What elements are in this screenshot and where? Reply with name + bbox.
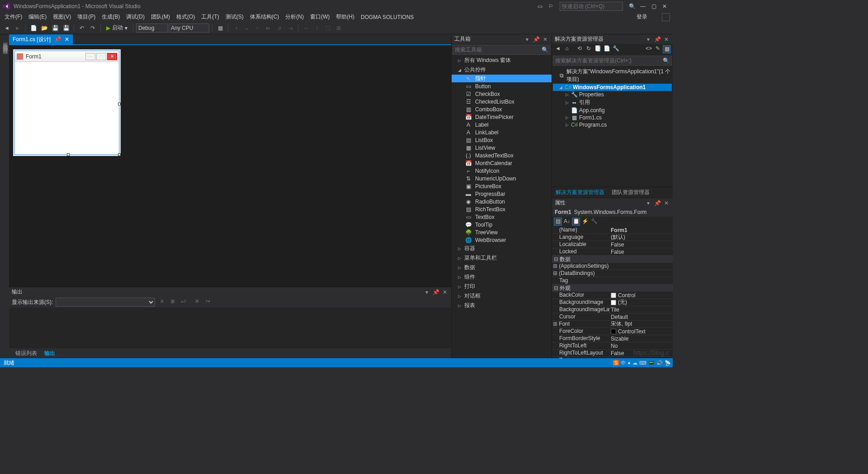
props-dropdown-icon[interactable]: ▾: [645, 200, 652, 206]
property-row[interactable]: Tag: [552, 277, 673, 284]
notify-icon[interactable]: ▭: [534, 3, 545, 9]
output-source-combo[interactable]: [56, 298, 155, 307]
sln-close-icon[interactable]: ✕: [663, 36, 670, 43]
property-row[interactable]: ForeColorControlText: [552, 328, 673, 335]
sln-preview-icon[interactable]: ▦: [663, 45, 671, 53]
left-dock-strip[interactable]: 服务器资源管理器 工具箱: [0, 34, 9, 358]
panel-pin-icon[interactable]: 📌: [432, 289, 439, 295]
pin-icon[interactable]: 📌: [54, 36, 61, 43]
output-toggle-icon[interactable]: ⮐: [179, 298, 188, 306]
tree-node[interactable]: 📄App.config: [553, 107, 672, 114]
toolbox-item[interactable]: ALabel: [452, 121, 552, 128]
property-row[interactable]: Font宋体, 9pt: [552, 321, 673, 328]
output-tab[interactable]: 输出: [41, 348, 59, 358]
new-project-icon[interactable]: 📄: [28, 23, 38, 33]
sln-explorer-tab[interactable]: 解决方案资源管理器: [552, 187, 608, 198]
props-pin-icon[interactable]: 📌: [654, 200, 661, 206]
toolbox-item[interactable]: ▬ProgressBar: [452, 190, 552, 198]
toolbox-item[interactable]: ▭Button: [452, 82, 552, 90]
save-icon[interactable]: 💾: [50, 23, 60, 33]
menu-item[interactable]: 格式(O): [174, 12, 198, 22]
menu-item[interactable]: 文件(F): [2, 12, 25, 22]
property-row[interactable]: BackgroundImage(无): [552, 299, 673, 306]
tray-icon[interactable]: ⌨: [639, 360, 646, 366]
toolbox-tree[interactable]: ▷所有 Windows 窗体◢公共控件↖指针▭Button☑CheckBox☲C…: [452, 56, 552, 358]
output-clear-icon[interactable]: ≡: [158, 298, 166, 306]
menu-item[interactable]: 调试(D): [123, 12, 147, 22]
toolbox-pin-icon[interactable]: 📌: [533, 36, 540, 43]
toolbox-group[interactable]: ▷对话框: [452, 291, 552, 301]
menu-item[interactable]: 体系结构(C): [247, 12, 282, 22]
tab-close-icon[interactable]: ✕: [65, 36, 69, 43]
align-icon[interactable]: ▦: [215, 23, 225, 33]
sln-back-icon[interactable]: ◄: [554, 45, 562, 53]
search-icon[interactable]: 🔍: [663, 57, 670, 64]
toolbox-group[interactable]: ◢公共控件: [452, 65, 552, 75]
search-icon[interactable]: 🔍: [627, 3, 637, 9]
solution-tree[interactable]: ⧉解决方案"WindowsFormsApplication1"(1 个项目) ◢…: [552, 66, 673, 187]
redo-icon[interactable]: ↷: [88, 23, 98, 33]
output-clear2-icon[interactable]: ✕: [193, 298, 201, 306]
toolbox-group[interactable]: ▷打印: [452, 282, 552, 291]
menu-item[interactable]: 编辑(E): [26, 12, 49, 22]
toolbox-group[interactable]: ▷数据: [452, 263, 552, 272]
output-goto-icon[interactable]: ↪: [204, 298, 212, 306]
design-form[interactable]: Form1 — □ ✕: [14, 51, 119, 155]
output-body[interactable]: [9, 308, 451, 348]
toolbox-item[interactable]: 🌳TreeView: [452, 228, 552, 236]
toolbox-item[interactable]: ⌐NotifyIcon: [452, 167, 552, 175]
menu-item[interactable]: 项目(P): [75, 12, 98, 22]
undo-icon[interactable]: ↶: [77, 23, 87, 33]
events-icon[interactable]: ⚡: [581, 218, 589, 226]
tree-node[interactable]: ▷▦Form1.cs: [553, 114, 672, 121]
toolbox-item[interactable]: ▣PictureBox: [452, 182, 552, 190]
close-button[interactable]: ✕: [659, 3, 670, 9]
error-list-tab[interactable]: 错误列表: [12, 348, 41, 358]
avatar-icon[interactable]: [662, 13, 670, 21]
toolbox-item[interactable]: ▤ListBox: [452, 136, 552, 144]
toolbox-item[interactable]: 📅MonthCalendar: [452, 159, 552, 167]
platform-combo[interactable]: Any CPU: [169, 24, 209, 33]
toolbox-item[interactable]: ▥ComboBox: [452, 105, 552, 113]
property-row[interactable]: 数据: [552, 256, 673, 263]
login-link[interactable]: 登录: [637, 13, 647, 21]
menu-item[interactable]: 视图(V): [50, 12, 74, 22]
sln-pin-icon[interactable]: 📌: [654, 36, 661, 43]
search-icon[interactable]: 🔍: [542, 47, 548, 53]
menu-item[interactable]: 分析(N): [283, 12, 307, 22]
toolbox-item[interactable]: 🌐WebBrowser: [452, 236, 552, 244]
alphabetical-icon[interactable]: A↓: [563, 218, 571, 226]
config-combo[interactable]: Debug: [136, 24, 168, 33]
team-explorer-tab[interactable]: 团队资源管理器: [608, 187, 653, 198]
solution-search-input[interactable]: [555, 57, 663, 64]
toolbox-item[interactable]: ☲CheckedListBox: [452, 98, 552, 105]
menu-item[interactable]: 测试(S): [223, 12, 246, 22]
menu-item[interactable]: 帮助(H): [333, 12, 357, 22]
server-explorer-tab[interactable]: 服务器资源管理器: [1, 38, 9, 358]
tray-icon[interactable]: 📡: [665, 360, 671, 366]
toolbox-item[interactable]: ▦ListView: [452, 144, 552, 152]
sln-dropdown-icon[interactable]: ▾: [645, 36, 652, 43]
menu-item[interactable]: 生成(B): [99, 12, 123, 22]
properties-object[interactable]: Form1 System.Windows.Forms.Form: [552, 208, 673, 217]
open-file-icon[interactable]: 📂: [39, 23, 49, 33]
toolbox-item[interactable]: 📅DateTimePicker: [452, 113, 552, 121]
property-row[interactable]: Language(默认): [552, 234, 673, 241]
toolbox-search-input[interactable]: [455, 47, 542, 53]
tray-icon[interactable]: 🔊: [656, 360, 663, 366]
panel-close-icon[interactable]: ✕: [441, 289, 448, 295]
nav-back-icon[interactable]: ◄: [2, 23, 12, 33]
tray-icon[interactable]: 中: [621, 360, 626, 366]
save-all-icon[interactable]: 💾: [61, 23, 71, 33]
categorized-icon[interactable]: ▤: [554, 218, 562, 226]
sln-properties-icon[interactable]: 🔧: [612, 45, 620, 53]
properties-icon[interactable]: 📋: [572, 218, 580, 226]
toolbox-group[interactable]: ▷所有 Windows 窗体: [452, 56, 552, 65]
sln-view-designer-icon[interactable]: ✎: [654, 45, 662, 53]
menu-item[interactable]: 窗口(W): [307, 12, 332, 22]
toolbox-search[interactable]: 🔍: [453, 45, 551, 55]
solution-root[interactable]: ⧉解决方案"WindowsFormsApplication1"(1 个项目): [553, 67, 672, 84]
form-designer[interactable]: Form1 — □ ✕: [9, 44, 451, 287]
maximize-button[interactable]: ▢: [648, 3, 659, 9]
toolbox-item[interactable]: ☑CheckBox: [452, 90, 552, 98]
